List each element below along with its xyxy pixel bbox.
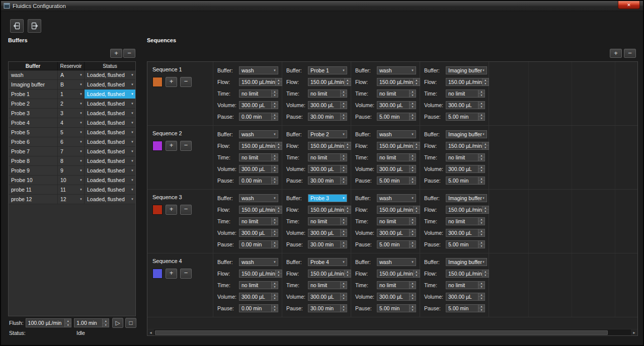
spin-up-icon[interactable]: ▲: [410, 305, 416, 309]
step-time-spinner[interactable]: no limit ▲▼: [377, 281, 416, 289]
spin-up-icon[interactable]: ▲: [478, 165, 485, 169]
spin-down-icon[interactable]: ▼: [410, 94, 416, 97]
spin-down-icon[interactable]: ▼: [272, 244, 278, 248]
spinner-buttons[interactable]: ▲▼: [409, 165, 416, 172]
step-flow-spinner[interactable]: 150.00 µL/min ▲▼: [308, 142, 351, 150]
step-volume-spinner[interactable]: 300.00 µL ▲▼: [308, 293, 347, 301]
spin-down-icon[interactable]: ▼: [414, 82, 420, 85]
spin-up-icon[interactable]: ▲: [341, 154, 347, 158]
spin-down-icon[interactable]: ▼: [478, 297, 485, 300]
step-time-spinner[interactable]: no limit ▲▼: [377, 217, 416, 225]
spin-down-icon[interactable]: ▼: [272, 221, 278, 225]
spin-up-icon[interactable]: ▲: [272, 165, 278, 169]
step-flow-spinner[interactable]: 150.00 µL/min ▲▼: [308, 206, 351, 214]
step-time-spinner[interactable]: no limit ▲▼: [446, 217, 485, 225]
buffer-name-cell[interactable]: wash: [9, 70, 58, 79]
step-time-spinner[interactable]: no limit ▲▼: [446, 153, 485, 161]
step-volume-spinner[interactable]: 300.00 µL ▲▼: [308, 165, 347, 173]
step-buffer-dropdown[interactable]: wash ▼: [377, 194, 416, 202]
reservoir-dropdown[interactable]: 11 ▼: [58, 185, 85, 194]
spinner-buttons[interactable]: ▲▼: [340, 293, 347, 300]
sequence-color-swatch[interactable]: [152, 141, 163, 151]
spinner-buttons[interactable]: ▲▼: [413, 270, 420, 277]
spin-up-icon[interactable]: ▲: [341, 102, 347, 106]
spinner-buttons[interactable]: ▲▼: [478, 154, 485, 161]
step-flow-spinner[interactable]: 150.00 µL/min ▲▼: [308, 270, 351, 278]
reservoir-dropdown[interactable]: 10 ▼: [58, 176, 85, 185]
step-time-spinner[interactable]: no limit ▲▼: [239, 281, 278, 289]
spinner-buttons[interactable]: ▲▼: [409, 154, 416, 161]
step-pause-spinner[interactable]: 5.00 min ▲▼: [377, 113, 416, 121]
spin-up-icon[interactable]: ▲: [272, 229, 278, 233]
spin-down-icon[interactable]: ▼: [482, 146, 489, 149]
spin-down-icon[interactable]: ▼: [410, 233, 416, 236]
buffer-name-cell[interactable]: Probe 9: [9, 166, 58, 175]
step-pause-spinner[interactable]: 5.00 min ▲▼: [377, 240, 416, 248]
spin-up-icon[interactable]: ▲: [272, 241, 278, 245]
spin-up-icon[interactable]: ▲: [482, 78, 489, 82]
spin-down-icon[interactable]: ▼: [410, 105, 416, 109]
spinner-buttons[interactable]: ▲▼: [478, 177, 485, 184]
spin-up-icon[interactable]: ▲: [272, 177, 278, 181]
spinner-buttons[interactable]: ▲▼: [409, 113, 416, 120]
spinner-buttons[interactable]: ▲▼: [275, 206, 282, 213]
add-step-button[interactable]: +: [166, 205, 177, 215]
spin-down-icon[interactable]: ▼: [272, 285, 278, 289]
reservoir-dropdown[interactable]: 6 ▼: [58, 137, 85, 146]
spin-up-icon[interactable]: ▲: [272, 113, 278, 117]
spin-up-icon[interactable]: ▲: [276, 270, 282, 274]
spin-up-icon[interactable]: ▲: [341, 293, 347, 297]
spin-up-icon[interactable]: ▲: [410, 218, 416, 222]
spin-up-icon[interactable]: ▲: [341, 241, 347, 245]
sequence-color-swatch[interactable]: [152, 269, 163, 279]
step-volume-spinner[interactable]: 300.00 µL ▲▼: [446, 101, 485, 109]
spin-up-icon[interactable]: ▲: [410, 282, 416, 286]
spinner-buttons[interactable]: ▲▼: [271, 113, 278, 120]
spin-down-icon[interactable]: ▼: [65, 323, 71, 327]
spin-down-icon[interactable]: ▼: [478, 169, 485, 172]
spin-down-icon[interactable]: ▼: [478, 233, 485, 236]
step-flow-spinner[interactable]: 150.00 µL/min ▲▼: [377, 206, 420, 214]
spinner-buttons[interactable]: ▲▼: [271, 218, 278, 225]
step-flow-spinner[interactable]: 150.00 µL/min ▲▼: [377, 78, 420, 86]
spin-down-icon[interactable]: ▼: [272, 105, 278, 109]
spin-up-icon[interactable]: ▲: [272, 154, 278, 158]
spin-down-icon[interactable]: ▼: [272, 308, 278, 312]
spin-up-icon[interactable]: ▲: [478, 282, 485, 286]
step-time-spinner[interactable]: no limit ▲▼: [377, 153, 416, 161]
spin-down-icon[interactable]: ▼: [276, 146, 282, 149]
spinner-buttons[interactable]: ▲▼: [413, 142, 420, 149]
step-pause-spinner[interactable]: 30.00 min ▲▼: [308, 240, 347, 248]
buffer-name-cell[interactable]: Probe 4: [9, 118, 58, 127]
spinner-buttons[interactable]: ▲▼: [344, 206, 351, 213]
spinner-buttons[interactable]: ▲▼: [271, 305, 278, 312]
spinner-buttons[interactable]: ▲▼: [271, 293, 278, 300]
step-time-spinner[interactable]: no limit ▲▼: [377, 90, 416, 98]
spin-up-icon[interactable]: ▲: [276, 78, 282, 82]
status-dropdown[interactable]: Loaded, flushed ▼: [85, 90, 135, 99]
step-time-spinner[interactable]: no limit ▲▼: [308, 153, 347, 161]
status-dropdown[interactable]: Loaded, flushed ▼: [85, 185, 135, 194]
sequence-color-swatch[interactable]: [152, 77, 163, 87]
status-dropdown[interactable]: Loaded, flushed ▼: [85, 137, 135, 146]
spin-up-icon[interactable]: ▲: [410, 165, 416, 169]
spin-down-icon[interactable]: ▼: [478, 181, 485, 184]
spin-up-icon[interactable]: ▲: [103, 319, 109, 323]
step-flow-spinner[interactable]: 150.00 µL/min ▲▼: [446, 78, 489, 86]
step-volume-spinner[interactable]: 300.00 µL ▲▼: [239, 293, 278, 301]
scroll-right-button[interactable]: ►: [631, 329, 637, 336]
spinner-buttons[interactable]: ▲▼: [478, 165, 485, 172]
spinner-buttons[interactable]: ▲▼: [271, 154, 278, 161]
spinner-buttons[interactable]: ▲▼: [409, 305, 416, 312]
step-buffer-dropdown[interactable]: wash ▼: [239, 66, 278, 74]
add-step-button[interactable]: +: [166, 77, 177, 87]
status-dropdown[interactable]: Loaded, flushed ▼: [85, 99, 135, 108]
spinner-buttons[interactable]: ▲▼: [409, 282, 416, 289]
spin-up-icon[interactable]: ▲: [341, 218, 347, 222]
reservoir-dropdown[interactable]: B ▼: [58, 80, 85, 89]
spinner-buttons[interactable]: ▲▼: [409, 90, 416, 97]
step-buffer-dropdown[interactable]: Imaging buffer ▼: [446, 130, 487, 138]
spin-up-icon[interactable]: ▲: [410, 293, 416, 297]
reservoir-dropdown[interactable]: 4 ▼: [58, 118, 85, 127]
spin-down-icon[interactable]: ▼: [482, 82, 489, 85]
